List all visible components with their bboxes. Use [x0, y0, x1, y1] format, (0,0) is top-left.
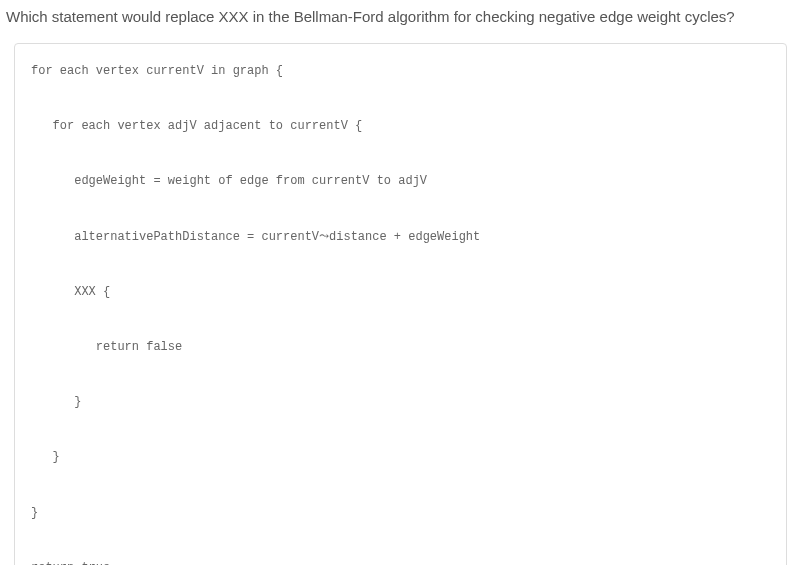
- question-text: Which statement would replace XXX in the…: [6, 6, 795, 27]
- code-block: for each vertex currentV in graph { for …: [14, 43, 787, 565]
